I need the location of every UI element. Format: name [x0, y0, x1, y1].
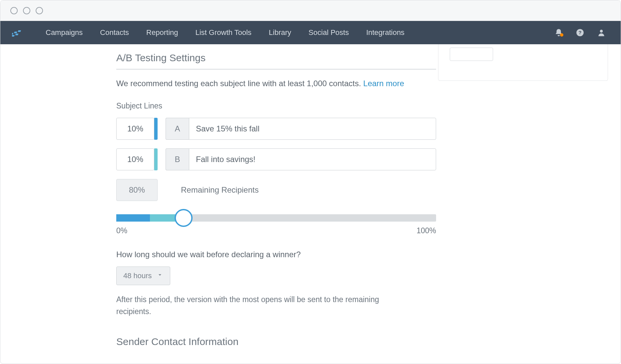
notification-badge-icon [560, 33, 563, 37]
window-zoom-icon[interactable] [36, 7, 43, 14]
after-period-text: After this period, the version with the … [116, 294, 406, 317]
nav-integrations[interactable]: Integrations [366, 28, 404, 37]
variant-b-percent[interactable]: 10% [116, 148, 154, 170]
recommend-body: We recommend testing each subject line w… [116, 79, 363, 88]
top-nav: Campaigns Contacts Reporting List Growth… [0, 21, 621, 44]
sender-contact-title: Sender Contact Information [116, 336, 436, 347]
nav-library[interactable]: Library [269, 28, 291, 37]
window-minimize-icon[interactable] [23, 7, 30, 14]
nav-social-posts[interactable]: Social Posts [309, 28, 349, 37]
svg-rect-4 [15, 34, 19, 35]
remaining-percent: 80% [116, 179, 158, 201]
slider-track [116, 214, 436, 222]
ab-testing-title: A/B Testing Settings [116, 52, 436, 70]
user-icon[interactable] [595, 27, 607, 39]
remaining-row: 80% Remaining Recipients [116, 179, 436, 201]
variant-b-letter: B [166, 148, 189, 170]
learn-more-link[interactable]: Learn more [363, 79, 404, 88]
variant-b-color-icon [154, 148, 158, 170]
nav-campaigns[interactable]: Campaigns [46, 28, 83, 37]
svg-rect-1 [14, 32, 17, 33]
help-icon[interactable]: ? [574, 27, 586, 39]
recommend-text: We recommend testing each subject line w… [116, 79, 436, 88]
slider-segment-a [116, 214, 150, 222]
side-panel-chip [450, 48, 493, 61]
slider-labels: 0% 100% [116, 226, 436, 235]
window-titlebar [0, 0, 621, 21]
window-close-icon[interactable] [10, 7, 18, 14]
variant-row-a: 10% A [116, 118, 436, 140]
variant-row-b: 10% B [116, 148, 436, 170]
wait-duration-label: How long should we wait before declaring… [116, 250, 436, 259]
subject-lines-label: Subject Lines [116, 101, 436, 110]
remaining-label: Remaining Recipients [181, 185, 259, 195]
svg-point-7 [600, 30, 603, 33]
variant-a-percent[interactable]: 10% [116, 118, 154, 140]
brand-logo-icon[interactable] [10, 26, 27, 39]
wait-duration-value: 48 hours [123, 272, 152, 280]
variant-b-subject-input[interactable] [189, 148, 436, 170]
main-column: A/B Testing Settings We recommend testin… [116, 50, 436, 364]
chevron-down-icon [157, 272, 163, 280]
test-split-slider[interactable] [116, 214, 436, 222]
svg-text:?: ? [578, 30, 581, 35]
slider-max-label: 100% [416, 226, 436, 235]
variant-a-letter: A [166, 118, 189, 140]
svg-rect-3 [12, 35, 15, 37]
slider-min-label: 0% [116, 226, 127, 235]
side-panel [438, 44, 608, 81]
app-window: Campaigns Contacts Reporting List Growth… [0, 0, 621, 364]
nav-contacts[interactable]: Contacts [100, 28, 129, 37]
variant-a-color-icon [154, 118, 158, 140]
notifications-icon[interactable] [553, 27, 565, 39]
wait-duration-dropdown[interactable]: 48 hours [116, 267, 170, 285]
svg-rect-0 [12, 33, 13, 35]
nav-list-growth-tools[interactable]: List Growth Tools [196, 28, 252, 37]
slider-handle[interactable] [175, 209, 193, 227]
content-area: A/B Testing Settings We recommend testin… [0, 44, 621, 364]
variant-a-subject-input[interactable] [189, 118, 436, 140]
nav-reporting[interactable]: Reporting [146, 28, 178, 37]
svg-rect-2 [18, 30, 21, 32]
